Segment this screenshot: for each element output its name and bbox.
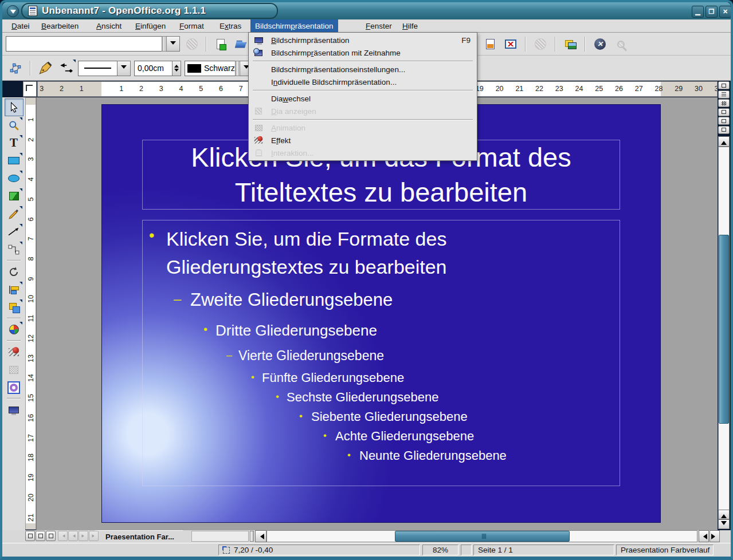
vertical-scrollbar[interactable] <box>718 147 730 529</box>
paste-icon[interactable] <box>481 36 499 53</box>
line-tool-button[interactable] <box>5 223 23 240</box>
menu-bearbeiten[interactable]: Bearbeiten <box>37 19 83 32</box>
menu-ansicht[interactable]: Ansicht <box>92 19 126 32</box>
master-mode-button[interactable] <box>36 531 45 541</box>
ellipse-tool-button[interactable] <box>5 169 23 187</box>
connector-tool-button[interactable] <box>5 240 23 258</box>
handout-view-button[interactable] <box>718 117 730 125</box>
menu-einf-gen[interactable]: Einfügen <box>131 19 170 32</box>
menuitem-bildschirmpr-sentation-mit-zeitnahme[interactable]: Bildschirmpräsentation mit Zeitnahme <box>249 46 476 59</box>
layer-mode-button[interactable] <box>46 531 56 541</box>
outline-text-level-8: Achte Gliederungsebene <box>335 429 474 444</box>
menu-hilfe[interactable]: Hilfe <box>398 19 422 32</box>
line-style-combobox[interactable] <box>78 61 131 76</box>
3d-object-tool-button[interactable] <box>5 187 23 205</box>
menu-bildschirmpr-sentation[interactable]: Bildschirmpräsentation <box>250 19 338 32</box>
outline-bullet-level-5: • <box>251 372 254 383</box>
new-document-icon[interactable] <box>212 36 229 53</box>
scroll-up-button[interactable] <box>718 136 730 147</box>
url-dropdown-button[interactable] <box>166 36 180 52</box>
start-presentation-button[interactable] <box>718 126 730 134</box>
line-width-spinner[interactable]: 0,00cm <box>134 61 181 76</box>
alignment-tool-button[interactable] <box>5 281 23 298</box>
scroll-down-button[interactable] <box>718 519 730 529</box>
splitter-handle[interactable] <box>250 531 254 542</box>
ruler-label: 13 <box>27 354 35 362</box>
drawing-view-button[interactable] <box>718 81 730 89</box>
maximize-button[interactable]: ❐ <box>705 6 718 18</box>
open-icon[interactable] <box>232 36 249 53</box>
slide[interactable]: Klicken Sie, um das Format des Titeltext… <box>101 104 661 523</box>
ruler-label: 27 <box>635 85 643 93</box>
status-zoom[interactable]: 82% <box>422 545 458 555</box>
menuitem-bildschirmpr-sentation[interactable]: BildschirmpräsentationF9 <box>249 34 476 46</box>
menuitem-individuelle-bildschirmpr-sentation[interactable]: Individuelle Bildschirmpräsentation... <box>249 76 476 88</box>
vertical-ruler[interactable]: 123456789101112131415161718192021 <box>25 97 36 530</box>
ruler-label: 29 <box>675 85 683 93</box>
rotate-tool-button[interactable] <box>5 263 23 281</box>
tab-slide[interactable]: Praesentation Far... <box>89 530 191 542</box>
presentation-icon <box>7 404 20 416</box>
pen-icon[interactable] <box>37 60 54 77</box>
arrange-tool-button[interactable] <box>5 298 23 316</box>
scroll-left-button-2[interactable] <box>699 530 709 542</box>
url-input[interactable] <box>6 36 162 52</box>
zoom-fit-icon[interactable] <box>502 36 519 53</box>
scroll-right-button[interactable] <box>710 530 720 542</box>
horizontal-scrollbar[interactable] <box>266 530 697 542</box>
edit-points-icon[interactable] <box>7 60 24 77</box>
navigator-icon[interactable] <box>591 36 609 53</box>
menuitem-effekt[interactable]: Effekt <box>249 134 476 147</box>
scroll-left-button[interactable] <box>255 530 266 542</box>
function-toolbar-right <box>481 36 629 53</box>
blank-icon <box>253 93 264 104</box>
tab-label: Praesentation Far... <box>105 533 174 541</box>
minimize-button[interactable]: ▁ <box>692 6 704 18</box>
alignment-icon <box>7 283 20 296</box>
autopilot-icon[interactable] <box>532 36 549 53</box>
insert-tool-button[interactable] <box>5 321 23 338</box>
ruler-label: 16 <box>27 414 35 422</box>
line-width-spin-buttons[interactable] <box>172 61 181 76</box>
zoom-tool-button[interactable] <box>5 116 23 134</box>
3d-controller-tool-button[interactable] <box>5 378 23 396</box>
menu-extras[interactable]: Extras <box>215 19 246 32</box>
effect-icon <box>253 135 264 145</box>
menuitem-diawechsel[interactable]: Diawechsel <box>249 92 476 105</box>
slide-view-button[interactable] <box>718 99 730 107</box>
ruler-label: 7 <box>239 85 243 93</box>
search-icon[interactable] <box>612 36 629 53</box>
gallery-icon[interactable] <box>562 36 579 53</box>
status-style[interactable]: Praesentation Farbverlauf <box>616 545 714 555</box>
line-width-value[interactable]: 0,00cm <box>134 61 172 76</box>
outline-view-button[interactable] <box>718 90 730 98</box>
line-color-combobox[interactable]: Schwarz <box>185 61 253 76</box>
vertical-scrollbar-thumb[interactable] <box>719 235 729 424</box>
menu-datei[interactable]: Datei <box>7 19 34 32</box>
animation-tool-button[interactable] <box>5 361 23 378</box>
effect-tool-button[interactable] <box>5 343 23 361</box>
curve-icon <box>7 208 20 220</box>
scroll-up-button-2[interactable] <box>718 510 730 519</box>
arrow-ends-icon[interactable] <box>57 60 75 77</box>
menu-fenster[interactable]: Fenster <box>361 19 397 32</box>
text-tool-button[interactable]: T <box>5 134 23 152</box>
menuitem-label: Individuelle Bildschirmpräsentation... <box>271 78 397 86</box>
menuitem-bildschirmpr-sentationseinstellungen[interactable]: Bildschirmpräsentationseinstellungen... <box>249 63 476 76</box>
url-combobox[interactable] <box>6 36 180 52</box>
close-button[interactable]: ✕ <box>719 6 731 18</box>
page-mode-button[interactable] <box>25 531 35 541</box>
horizontal-scrollbar-thumb[interactable] <box>395 531 570 542</box>
select-tool-button[interactable] <box>5 98 23 116</box>
presentation-tool-button[interactable] <box>5 401 23 419</box>
curve-tool-button[interactable] <box>5 205 23 223</box>
stop-icon[interactable] <box>183 36 201 53</box>
rectangle-tool-button[interactable] <box>5 152 23 169</box>
document-canvas[interactable]: Klicken Sie, um das Format des Titeltext… <box>36 97 718 530</box>
line-style-dropdown-button[interactable] <box>117 61 131 76</box>
ruler-label: 5 <box>199 85 203 93</box>
ruler-origin-box[interactable] <box>23 81 37 97</box>
menu-format[interactable]: Format <box>175 19 209 32</box>
notes-view-button[interactable] <box>718 108 730 116</box>
window-menu-button[interactable] <box>7 5 19 17</box>
